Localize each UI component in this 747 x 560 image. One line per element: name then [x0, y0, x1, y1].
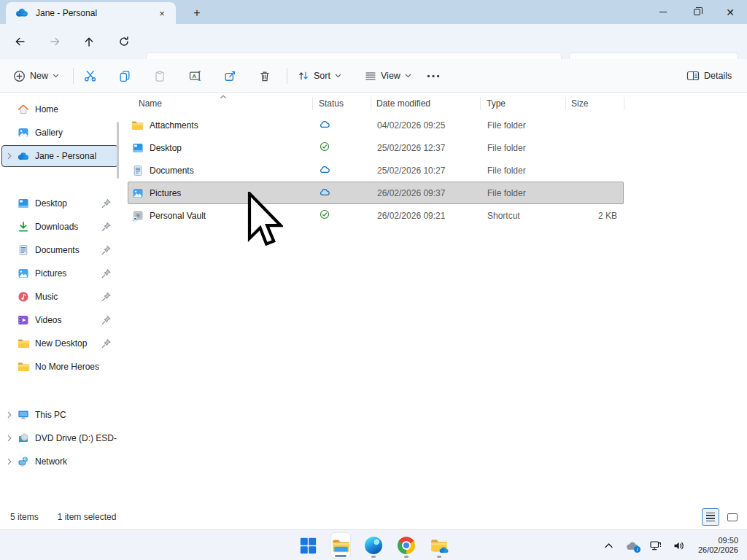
dvd-drive-icon: [17, 432, 30, 445]
rename-icon: A: [189, 70, 201, 82]
cut-button[interactable]: [77, 63, 103, 88]
documents-icon: [131, 164, 144, 176]
sidebar-item-pictures[interactable]: Pictures: [1, 262, 118, 284]
tab-close-icon[interactable]: ×: [154, 5, 170, 21]
sidebar-item-desktop[interactable]: Desktop: [1, 192, 118, 214]
details-pane-button[interactable]: Details: [681, 63, 738, 88]
cloud-status-icon: [320, 188, 330, 198]
column-header-type[interactable]: Type: [480, 98, 565, 109]
documents-icon: [17, 244, 30, 257]
view-button[interactable]: View: [359, 63, 417, 88]
sort-button[interactable]: Sort: [292, 63, 347, 88]
rename-button[interactable]: A: [182, 63, 208, 88]
new-tab-button[interactable]: +: [188, 4, 206, 22]
expand-chevron-icon[interactable]: [2, 458, 17, 465]
folder-icon: [17, 360, 30, 373]
sidebar-item-label: Jane - Personal: [35, 151, 96, 161]
paste-button[interactable]: [147, 63, 173, 88]
pin-icon: [101, 292, 112, 303]
file-name: Documents: [150, 166, 194, 176]
sidebar-item-label: Pictures: [35, 268, 66, 279]
details-view-toggle[interactable]: [702, 508, 719, 526]
file-date-modified: 25/02/2026 12:37: [371, 143, 481, 153]
column-header-date-modified[interactable]: Date modified: [371, 98, 480, 109]
paste-icon: [154, 70, 166, 82]
desktop-icon: [131, 141, 144, 154]
system-tray: i 09:50 26/02/2026: [600, 530, 743, 560]
forward-button[interactable]: [44, 31, 66, 52]
sidebar-item-label: This PC: [35, 410, 66, 420]
file-row-desktop[interactable]: Desktop 25/02/2026 12:37 File folder: [128, 136, 624, 159]
more-button[interactable]: [420, 63, 446, 88]
copy-button[interactable]: [112, 63, 138, 88]
taskbar-file-explorer[interactable]: [330, 532, 351, 559]
sidebar-item-videos[interactable]: Videos: [1, 309, 118, 331]
tray-network-button[interactable]: [647, 535, 665, 556]
new-button[interactable]: New: [7, 63, 65, 88]
sidebar-item-home[interactable]: Home: [1, 98, 118, 120]
expand-chevron-icon[interactable]: [2, 435, 17, 442]
file-row-pictures[interactable]: Pictures 26/02/2026 09:37 File folder: [128, 182, 624, 204]
sidebar-item-label: Gallery: [35, 128, 63, 138]
details-view-icon: [706, 513, 715, 521]
start-button[interactable]: [298, 532, 318, 559]
share-button[interactable]: [217, 63, 243, 88]
file-row-attachments[interactable]: Attachments 04/02/2026 09:25 File folder: [128, 114, 624, 136]
expand-chevron-icon[interactable]: [2, 152, 17, 160]
file-row-personal-vault[interactable]: Personal Vault 26/02/2026 09:21 Shortcut…: [128, 204, 624, 227]
status-bar: 5 items 1 item selected: [0, 505, 747, 529]
sidebar-item-new-desktop[interactable]: New Desktop: [1, 332, 118, 354]
refresh-button[interactable]: [113, 31, 135, 52]
up-button[interactable]: [78, 31, 100, 52]
file-name: Personal Vault: [150, 211, 206, 221]
sidebar-item-music[interactable]: Music: [1, 286, 118, 308]
restore-button[interactable]: [680, 0, 713, 24]
close-button[interactable]: ✕: [713, 0, 747, 24]
hidden-icons-button[interactable]: [600, 535, 618, 556]
taskbar-clock[interactable]: 09:50 26/02/2026: [694, 536, 743, 555]
command-bar: New A Sort View Details: [0, 59, 747, 93]
delete-button[interactable]: [252, 63, 278, 88]
file-size: 2 KB: [566, 211, 624, 221]
this-pc-icon: [17, 408, 30, 421]
large-icons-view-toggle[interactable]: [724, 508, 741, 526]
sidebar-item-network[interactable]: Network: [1, 451, 118, 472]
sidebar-item-downloads[interactable]: Downloads: [1, 216, 118, 238]
file-row-documents[interactable]: Documents 25/02/2026 10:27 File folder: [128, 159, 624, 182]
selection-count: 1 item selected: [58, 512, 117, 522]
explorer-tab[interactable]: Jane - Personal ×: [6, 2, 176, 24]
taskbar-edge[interactable]: [363, 532, 384, 559]
file-date-modified: 25/02/2026 10:27: [371, 166, 481, 176]
sidebar-item-gallery[interactable]: Gallery: [1, 122, 118, 144]
sidebar-scrollbar[interactable]: [117, 122, 119, 179]
chevron-up-icon: [604, 542, 614, 548]
minimize-button[interactable]: [646, 0, 680, 24]
sidebar-item-onedrive-jane-personal[interactable]: Jane - Personal: [1, 145, 118, 167]
navigation-bar: OneDrive Jane - Personal: [0, 24, 747, 59]
tray-onedrive-button[interactable]: i: [624, 535, 641, 556]
sidebar-item-label: Music: [35, 292, 58, 302]
back-button[interactable]: [9, 31, 31, 52]
pin-icon: [101, 338, 112, 349]
taskbar: i 09:50 26/02/2026: [0, 529, 747, 560]
column-header-size[interactable]: Size: [565, 98, 624, 109]
tray-volume-button[interactable]: [670, 535, 688, 556]
sidebar-item-dvd-drive[interactable]: DVD Drive (D:) ESD-: [1, 427, 118, 449]
file-date-modified: 26/02/2026 09:21: [371, 211, 481, 221]
cloud-status-icon: [320, 120, 330, 131]
chevron-down-icon: [405, 74, 411, 78]
onedrive-status-icon: i: [625, 541, 640, 551]
sort-button-label: Sort: [314, 71, 330, 81]
sidebar-item-no-more-heroes[interactable]: No More Heroes: [1, 356, 118, 378]
main-content: Home Gallery Jane - Personal Desktop: [0, 93, 747, 505]
sidebar-item-label: Documents: [35, 245, 80, 255]
taskbar-chrome[interactable]: [396, 532, 417, 559]
taskbar-onedrive-folder[interactable]: [429, 532, 449, 559]
column-header-status[interactable]: Status: [312, 98, 371, 109]
chrome-icon: [398, 537, 415, 554]
sidebar-item-documents[interactable]: Documents: [1, 239, 118, 261]
sidebar-item-this-pc[interactable]: This PC: [1, 404, 118, 426]
pin-icon: [101, 198, 112, 209]
synced-status-icon: [320, 141, 330, 154]
expand-chevron-icon[interactable]: [2, 411, 17, 419]
